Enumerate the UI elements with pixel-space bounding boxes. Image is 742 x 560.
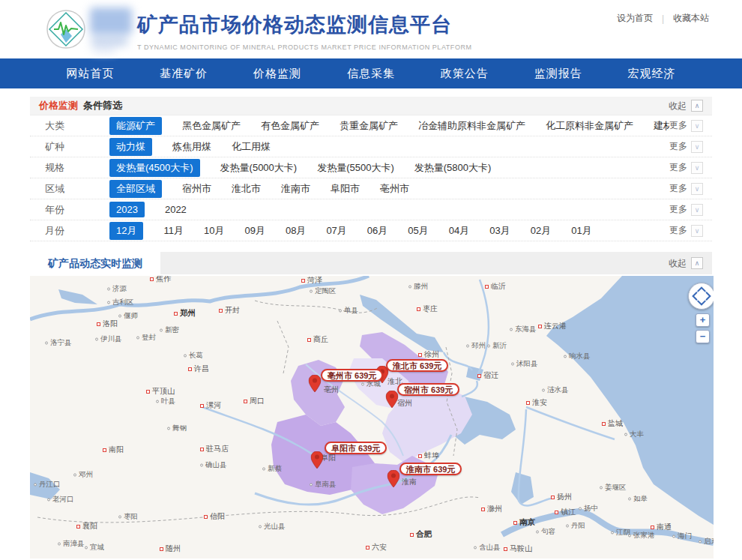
city-dot-icon xyxy=(188,367,192,371)
more-button[interactable]: 更多∨ xyxy=(669,161,703,174)
filter-option[interactable]: 冶金辅助原料非金属矿产 xyxy=(418,119,525,133)
price-label[interactable]: 淮北市 639元 xyxy=(386,359,448,372)
map-city-label: 洛宁县 xyxy=(45,338,72,348)
map-city-label: 扬中 xyxy=(579,504,598,514)
filter-option[interactable]: 08月 xyxy=(286,224,306,238)
zoom-in-button[interactable]: + xyxy=(696,313,710,327)
page-title: 矿产品市场价格动态监测信息平台 xyxy=(137,11,472,38)
nav-item-5[interactable]: 监测报告 xyxy=(534,67,582,81)
map-pan-control[interactable] xyxy=(688,283,714,310)
filter-option[interactable]: 宿州市 xyxy=(182,182,211,196)
city-dot-icon xyxy=(526,401,530,405)
county-dot-icon xyxy=(579,507,582,510)
chevron-down-icon[interactable]: ∨ xyxy=(691,162,703,174)
county-dot-icon xyxy=(600,486,603,489)
filter-option-selected[interactable]: 发热量(4500大卡) xyxy=(109,159,200,177)
nav-item-2[interactable]: 价格监测 xyxy=(253,67,301,81)
map-pin[interactable] xyxy=(386,391,399,408)
more-button[interactable]: 更多∨ xyxy=(669,203,703,216)
map-pin[interactable] xyxy=(311,451,324,469)
filter-option[interactable]: 07月 xyxy=(326,224,346,238)
filter-option[interactable]: 亳州市 xyxy=(380,182,409,196)
chevron-up-icon[interactable]: ∧ xyxy=(691,100,703,112)
filter-option[interactable]: 03月 xyxy=(489,224,510,238)
set-homepage-link[interactable]: 设为首页 xyxy=(617,12,653,25)
price-label[interactable]: 阜阳市 639元 xyxy=(325,442,387,454)
map-tab[interactable]: 矿产品动态实时监测 xyxy=(30,252,160,274)
filter-option-selected[interactable]: 全部区域 xyxy=(109,180,162,198)
filter-option[interactable]: 05月 xyxy=(408,224,428,238)
chevron-down-icon[interactable]: ∨ xyxy=(691,204,703,216)
chevron-down-icon[interactable]: ∨ xyxy=(691,225,703,237)
city-dot-icon xyxy=(146,390,150,394)
map-city-label: 镇江 xyxy=(555,507,576,517)
county-dot-icon xyxy=(118,314,121,317)
more-button[interactable]: 更多∨ xyxy=(669,140,703,153)
city-dot-icon xyxy=(160,547,163,551)
map-city-label: 焦作 xyxy=(150,276,171,284)
filter-option[interactable]: 2022 xyxy=(165,204,187,215)
filter-option[interactable]: 贵重金属矿产 xyxy=(340,119,398,133)
map-city-label: 响水县 xyxy=(564,352,591,361)
county-dot-icon xyxy=(361,382,364,385)
map-city-label: 定陶区 xyxy=(310,286,337,296)
price-label[interactable]: 宿州市 639元 xyxy=(397,383,459,396)
nav-item-0[interactable]: 网站首页 xyxy=(66,67,114,81)
filter-option[interactable]: 11月 xyxy=(163,224,184,238)
map-pin[interactable] xyxy=(387,470,400,487)
nav-item-6[interactable]: 宏观经济 xyxy=(627,67,675,81)
filter-option[interactable]: 04月 xyxy=(449,224,469,238)
filter-option[interactable]: 01月 xyxy=(571,224,591,238)
filter-option[interactable]: 02月 xyxy=(531,224,551,238)
chevron-down-icon[interactable]: ∨ xyxy=(691,120,703,132)
more-button[interactable]: 更多∨ xyxy=(669,119,703,132)
map-canvas[interactable]: 焦作济源吉利区偃师郑州开封洛阳新密登封伊川县洛宁县长葛许昌菏泽定陶区单县商丘滕州… xyxy=(30,276,714,559)
filter-option-selected[interactable]: 能源矿产 xyxy=(109,117,162,135)
county-dot-icon xyxy=(160,328,163,331)
map-city-label: 洛阳 xyxy=(97,319,118,329)
bookmark-site-link[interactable]: 收藏本站 xyxy=(673,12,709,25)
filter-option[interactable]: 建材和其它非金属矿产 xyxy=(654,119,669,133)
collapse-button[interactable]: 收起 ∧ xyxy=(669,100,703,112)
filter-option-selected[interactable]: 2023 xyxy=(109,202,145,217)
nav-item-4[interactable]: 政策公告 xyxy=(441,67,489,81)
filter-option[interactable]: 有色金属矿产 xyxy=(261,119,319,133)
filter-option[interactable]: 淮北市 xyxy=(232,182,261,196)
filter-option[interactable]: 发热量(5000大卡) xyxy=(220,161,298,175)
map-city-label: 蚌埠 xyxy=(418,451,439,461)
filter-option[interactable]: 黑色金属矿产 xyxy=(182,119,241,133)
county-dot-icon xyxy=(85,546,88,549)
filter-option[interactable]: 淮南市 xyxy=(281,182,310,196)
map-pin[interactable] xyxy=(309,375,322,392)
more-button[interactable]: 更多∨ xyxy=(669,182,703,195)
filter-option[interactable]: 发热量(5800大卡) xyxy=(414,161,492,175)
price-label[interactable]: 淮南市 639元 xyxy=(399,463,462,475)
map-city-label: 东海县 xyxy=(510,325,537,334)
city-dot-icon xyxy=(307,338,311,342)
filter-option[interactable]: 09月 xyxy=(244,224,265,238)
nav-item-1[interactable]: 基准矿价 xyxy=(160,67,208,81)
more-button[interactable]: 更多∨ xyxy=(669,224,703,237)
filter-option[interactable]: 06月 xyxy=(367,224,387,238)
county-dot-icon xyxy=(628,534,631,537)
county-dot-icon xyxy=(34,483,37,486)
filter-option-selected[interactable]: 动力煤 xyxy=(109,138,152,156)
filter-option[interactable]: 化工原料非金属矿产 xyxy=(546,119,633,133)
map-collapse-button[interactable]: 收起 ∧ xyxy=(669,257,703,270)
filter-option[interactable]: 阜阳市 xyxy=(331,182,360,196)
filter-option[interactable]: 化工用煤 xyxy=(232,140,271,154)
map-city-label: 驻马店 xyxy=(200,444,229,454)
chevron-down-icon[interactable]: ∨ xyxy=(691,141,703,153)
zoom-out-button[interactable]: − xyxy=(696,330,710,343)
filter-option-selected[interactable]: 12月 xyxy=(109,222,143,240)
map-city-label: 登封 xyxy=(136,333,156,343)
price-label[interactable]: 亳州市 639元 xyxy=(321,369,383,382)
filter-row-label: 年份 xyxy=(45,203,109,217)
filter-option[interactable]: 炼焦用煤 xyxy=(172,140,211,154)
nav-item-3[interactable]: 信息采集 xyxy=(347,67,395,81)
chevron-up-icon[interactable]: ∧ xyxy=(691,257,703,269)
county-dot-icon xyxy=(699,540,702,543)
filter-option[interactable]: 10月 xyxy=(204,224,224,238)
chevron-down-icon[interactable]: ∨ xyxy=(691,183,703,195)
filter-option[interactable]: 发热量(5500大卡) xyxy=(317,161,394,175)
